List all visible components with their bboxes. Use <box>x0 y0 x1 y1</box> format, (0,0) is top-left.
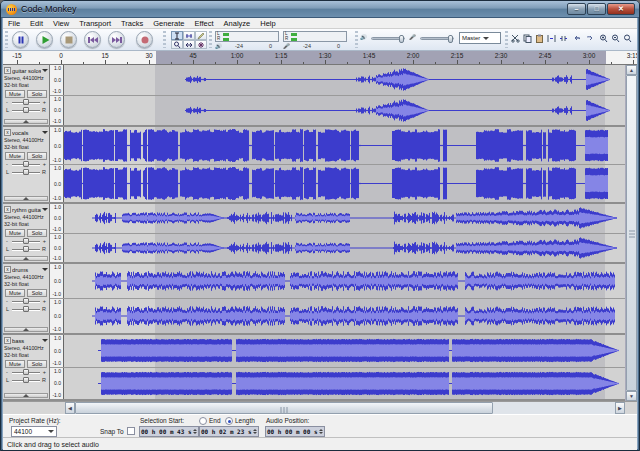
track-menu-chevron-icon[interactable] <box>42 69 48 72</box>
menu-item-analyze[interactable]: Analyze <box>219 18 256 28</box>
minimize-button[interactable]: – <box>567 3 586 15</box>
gain-thumb[interactable] <box>23 298 29 304</box>
scroll-down-arrow[interactable]: ▼ <box>626 391 637 401</box>
envelope-tool-button[interactable] <box>183 31 195 40</box>
pause-button[interactable] <box>12 31 29 48</box>
audio-position-field[interactable]: 00 h 00 m 00 s <box>265 426 325 437</box>
selection-tool-button[interactable] <box>171 31 183 40</box>
mute-button[interactable]: Mute <box>5 229 25 237</box>
track-channel-left[interactable]: 1.00.0-1.0 <box>50 335 629 368</box>
scroll-up-arrow[interactable]: ▲ <box>626 65 637 75</box>
track-channel-right[interactable]: 1.00.0-1.0 <box>50 299 629 333</box>
solo-button[interactable]: Solo <box>27 152 47 160</box>
recording-meter[interactable]: L R <box>283 31 347 42</box>
pan-slider[interactable]: LR <box>6 305 46 313</box>
track-menu-chevron-icon[interactable] <box>42 339 48 342</box>
toolbar-grip[interactable] <box>5 31 8 48</box>
snap-to-checkbox[interactable] <box>127 427 135 435</box>
track-close-button[interactable]: x <box>4 337 11 344</box>
track-collapse-button[interactable] <box>4 256 48 261</box>
waveform-display[interactable] <box>64 234 629 263</box>
track-name[interactable]: drums <box>12 267 41 273</box>
vertical-scale-ruler[interactable]: 1.00.0-1.0 <box>50 335 64 367</box>
pan-slider[interactable]: LR <box>6 376 46 384</box>
vertical-scale-ruler[interactable]: 1.00.0-1.0 <box>50 65 64 95</box>
pan-thumb[interactable] <box>23 377 29 383</box>
waveform-display[interactable] <box>64 335 629 367</box>
track-menu-chevron-icon[interactable] <box>42 268 48 271</box>
track-channel-right[interactable]: 1.00.0-1.0 <box>50 165 629 202</box>
multi-tool-button[interactable] <box>195 40 207 49</box>
pan-thumb[interactable] <box>23 306 29 312</box>
track-collapse-button[interactable] <box>4 119 48 124</box>
redo-button[interactable] <box>583 32 595 44</box>
menu-item-effect[interactable]: Effect <box>190 18 219 28</box>
silence-audio-button[interactable] <box>557 32 569 44</box>
track-name[interactable]: guitar solos <box>12 68 41 74</box>
stop-button[interactable] <box>60 31 77 48</box>
waveform-display[interactable] <box>64 299 629 333</box>
waveform-display[interactable] <box>64 127 629 164</box>
vertical-scale-ruler[interactable]: 1.00.0-1.0 <box>50 299 64 333</box>
track-channel-right[interactable]: 1.00.0-1.0 <box>50 368 629 400</box>
output-volume-slider[interactable] <box>371 37 405 40</box>
fit-selection-button[interactable] <box>621 32 633 44</box>
vertical-scale-ruler[interactable]: 1.00.0-1.0 <box>50 204 64 233</box>
edit-grip[interactable] <box>505 31 508 48</box>
menu-item-file[interactable]: File <box>3 18 25 28</box>
menu-item-view[interactable]: View <box>48 18 74 28</box>
tools-grip[interactable] <box>163 31 166 48</box>
scroll-right-arrow[interactable]: ▶ <box>615 402 625 414</box>
horizontal-scrollbar[interactable]: ◀ ▶ <box>65 402 625 414</box>
track-close-button[interactable]: x <box>4 129 11 136</box>
draw-tool-button[interactable] <box>195 31 207 40</box>
pan-thumb[interactable] <box>23 246 29 252</box>
track-collapse-button[interactable] <box>4 196 48 201</box>
track-collapse-button[interactable] <box>4 393 48 398</box>
waveform-display[interactable] <box>64 96 629 126</box>
timeshift-tool-button[interactable] <box>183 40 195 49</box>
track-channel-right[interactable]: 1.00.0-1.0 <box>50 96 629 126</box>
track-close-button[interactable]: x <box>4 266 11 273</box>
track-channel-left[interactable]: 1.00.0-1.0 <box>50 127 629 165</box>
track-menu-chevron-icon[interactable] <box>42 208 48 211</box>
menu-item-transport[interactable]: Transport <box>74 18 116 28</box>
pan-slider[interactable]: LR <box>6 106 46 114</box>
track-collapse-button[interactable] <box>4 327 48 332</box>
mute-button[interactable]: Mute <box>5 360 25 368</box>
end-radio[interactable] <box>199 417 207 425</box>
maximize-button[interactable]: □ <box>587 3 606 15</box>
record-button[interactable] <box>136 31 153 48</box>
length-radio[interactable] <box>225 417 233 425</box>
gain-slider[interactable]: -+ <box>6 237 46 245</box>
pan-slider[interactable]: LR <box>6 245 46 253</box>
selection-start-field[interactable]: 00 h 00 m 43 s <box>139 426 199 437</box>
paste-button[interactable] <box>533 32 545 44</box>
vertical-scale-ruler[interactable]: 1.00.0-1.0 <box>50 165 64 202</box>
playback-meter[interactable]: L R <box>215 31 279 42</box>
track-channel-right[interactable]: 1.00.0-1.0 <box>50 234 629 263</box>
vertical-scrollbar[interactable]: ▲ ▼ <box>625 65 637 401</box>
vertical-scroll-thumb[interactable] <box>626 75 637 391</box>
spinner-icon[interactable] <box>253 429 257 434</box>
output-volume-thumb[interactable] <box>399 35 404 43</box>
solo-button[interactable]: Solo <box>27 229 47 237</box>
input-volume-thumb[interactable] <box>448 35 453 43</box>
mute-button[interactable]: Mute <box>5 289 25 297</box>
vertical-scale-ruler[interactable]: 1.00.0-1.0 <box>50 234 64 263</box>
input-source-dropdown[interactable]: Master <box>459 32 501 44</box>
title-bar[interactable]: Code Monkey – □ ✕ <box>1 1 639 18</box>
zoom-tool-button[interactable] <box>171 40 183 49</box>
vertical-scale-ruler[interactable]: 1.00.0-1.0 <box>50 264 64 298</box>
track-close-button[interactable]: x <box>4 67 11 74</box>
track-channel-left[interactable]: 1.00.0-1.0 <box>50 65 629 96</box>
gain-thumb[interactable] <box>23 238 29 244</box>
trim-audio-button[interactable] <box>545 32 557 44</box>
pan-slider[interactable]: LR <box>6 168 46 176</box>
waveform-display[interactable] <box>64 204 629 233</box>
input-volume-slider[interactable] <box>420 37 454 40</box>
scroll-left-arrow[interactable]: ◀ <box>65 402 75 414</box>
cut-button[interactable] <box>509 32 521 44</box>
mixer-grip[interactable] <box>355 31 358 48</box>
solo-button[interactable]: Solo <box>27 90 47 98</box>
